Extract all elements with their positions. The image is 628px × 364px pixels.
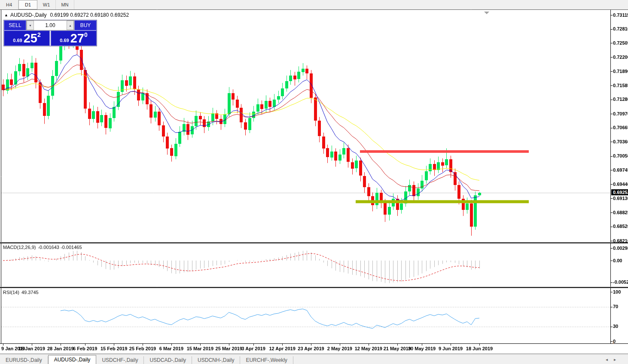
chart-tab-audusd[interactable]: AUDUSD-,Daily — [48, 355, 97, 364]
current-price-badge: 0.69252 — [611, 189, 628, 195]
date-tick-label: 21 May 2019 — [384, 346, 411, 351]
buy-price-prefix: 0.69 — [60, 38, 69, 43]
rsi-indicator-label: RSI(14)49.3745 — [3, 290, 39, 295]
price-tick-label: 0.71280 — [613, 97, 628, 102]
price-tick-label: 0.68825 — [613, 210, 628, 215]
rsi-tick-label: 30 — [613, 324, 618, 329]
macd-values: -0.001643 -0.001465 — [38, 245, 82, 250]
axis-drag-icon[interactable]: ↕ — [612, 340, 614, 345]
price-tick-label: 0.71585 — [613, 83, 628, 88]
chart-title: ▲AUDUSD-,Daily0.69199 0.69272 0.69180 0.… — [4, 12, 129, 18]
macd-tick-label: 0.00 — [613, 258, 622, 263]
date-tick-label: 28 Jan 2019 — [47, 346, 74, 351]
date-tick-label: 6 Feb 2019 — [73, 346, 97, 351]
date-tick-label: 18 Jan 2019 — [18, 346, 45, 351]
macd-tick-label: -0.005256 — [613, 279, 628, 285]
price-tick-label: 0.73115 — [613, 12, 628, 18]
symbol-label: AUDUSD-,Daily — [10, 12, 47, 18]
volume-decrease-button[interactable]: ▾ — [27, 21, 34, 30]
volume-increase-button[interactable]: ▴ — [67, 21, 74, 30]
price-tick-label: 0.72505 — [613, 40, 628, 46]
date-tick-label: 15 Feb 2019 — [101, 346, 127, 351]
sell-button[interactable]: SELL — [4, 20, 26, 30]
chart-tab-usdchf[interactable]: USDCHF-,Daily — [96, 356, 144, 364]
macd-name: MACD(12,26,9) — [3, 245, 36, 250]
date-tick-label: 12 Apr 2019 — [269, 346, 295, 351]
one-click-trading-panel: SELL ▾ ▴ BUY 0.69 25 2 0.69 27 0 — [3, 20, 97, 46]
macd-tick-label: 0.002984 — [613, 246, 628, 251]
price-tick-label: 0.69130 — [613, 196, 628, 201]
date-tick-label: 3 Apr 2019 — [242, 346, 265, 351]
buy-price-box[interactable]: 0.69 27 0 — [51, 30, 97, 46]
date-tick-label: 18 Jun 2019 — [466, 346, 493, 351]
mt4-window: H4D1W1MN ▲AUDUSD-,Daily0.69199 0.69272 0… — [0, 0, 628, 364]
ohlc-values: 0.69199 0.69272 0.69180 0.69252 — [50, 12, 129, 18]
price-tick-label: 0.69745 — [613, 167, 628, 173]
price-tick-label: 0.69440 — [613, 182, 628, 187]
date-tick-label: 6 Mar 2019 — [159, 346, 183, 351]
chart-tabs-bar: EURUSD-,DailyAUDUSD-,DailyUSDCHF-,DailyU… — [0, 354, 628, 364]
collapse-arrow-icon[interactable]: ▲ — [4, 13, 8, 17]
date-tick-label: 25 Mar 2019 — [216, 346, 242, 351]
buy-price-pipette: 0 — [84, 31, 88, 38]
sell-price-box[interactable]: 0.69 25 2 — [4, 30, 50, 46]
tab-scroll-arrows[interactable]: ◂▸ — [606, 357, 622, 362]
rsi-name: RSI(14) — [3, 290, 19, 295]
rsi-tick-label: 100 — [613, 289, 621, 294]
chart-canvas[interactable] — [0, 0, 628, 364]
volume-spinner: ▾ ▴ — [26, 20, 74, 30]
rsi-tick-label: 70 — [613, 304, 618, 309]
chart-tab-usdcnh[interactable]: USDCNH-,Daily — [192, 356, 240, 364]
date-tick-label: 12 May 2019 — [355, 346, 382, 351]
sell-price-big: 25 — [24, 32, 37, 45]
price-tick-label: 0.72810 — [613, 26, 628, 31]
date-tick-label: 25 Feb 2019 — [129, 346, 156, 351]
price-tick-label: 0.71890 — [613, 69, 628, 74]
date-tick-label: 30 May 2019 — [408, 346, 436, 351]
chart-tab-usdcad[interactable]: USDCAD-,Daily — [144, 356, 192, 364]
sell-price-prefix: 0.69 — [13, 38, 22, 43]
date-tick-label: 2 May 2019 — [327, 346, 352, 351]
buy-button[interactable]: BUY — [74, 20, 97, 30]
volume-input[interactable] — [34, 21, 67, 30]
macd-indicator-label: MACD(12,26,9)-0.001643 -0.001465 — [3, 245, 82, 250]
price-tick-label: 0.68210 — [613, 238, 628, 243]
sell-price-pipette: 2 — [37, 31, 41, 38]
price-tick-label: 0.70970 — [613, 111, 628, 116]
price-tick-label: 0.70360 — [613, 139, 628, 144]
buy-price-big: 27 — [70, 32, 84, 45]
price-tick-label: 0.68520 — [613, 224, 628, 229]
date-tick-label: 9 Jun 2019 — [439, 346, 463, 351]
date-tick-label: 23 Apr 2019 — [298, 346, 324, 351]
price-tick-label: 0.70050 — [613, 153, 628, 158]
rsi-value: 49.3745 — [21, 290, 39, 295]
chart-tab-eurusd[interactable]: EURUSD-,Daily — [0, 356, 48, 364]
date-tick-label: 15 Mar 2019 — [187, 346, 213, 351]
chart-tab-eurchf[interactable]: EURCHF-,Weekly — [240, 356, 293, 364]
price-tick-label: 0.72200 — [613, 55, 628, 60]
price-tick-label: 0.70665 — [613, 125, 628, 130]
